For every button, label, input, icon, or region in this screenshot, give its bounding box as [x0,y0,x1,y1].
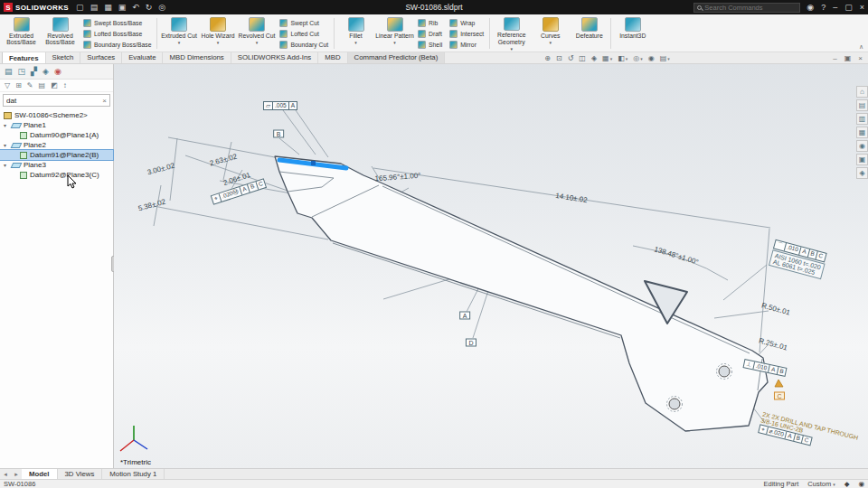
edit-appearance-icon[interactable]: ◉ [648,54,655,62]
draft-button[interactable]: Draft [416,29,444,39]
print-icon[interactable]: ▣ [118,3,127,12]
tab-command-predictor[interactable]: Command Predictor (Beta) [348,52,446,63]
fillet-dropdown-icon[interactable]: ▾ [354,40,357,45]
doc-close-icon[interactable]: × [858,54,863,62]
reference-geometry-button[interactable]: Reference Geometry ▾ [492,15,531,52]
featuremanager-tab-icon[interactable]: ▤ [5,67,13,76]
intersect-button[interactable]: Intersect [448,29,486,39]
tab-next-icon[interactable]: ▸ [11,469,22,479]
curves-button[interactable]: Curves ▾ [531,15,570,52]
appearances-icon[interactable]: ◉ [856,140,868,152]
tab-mbd-dimensions[interactable]: MBD Dimensions [163,52,231,63]
extruded-cut-dropdown-icon[interactable]: ▾ [178,40,181,45]
doc-tab-motion-study-1[interactable]: Motion Study 1 [102,469,165,479]
graphics-area[interactable]: ▱ .005 A B 3.00±.02 2.63±.02 5.38±.02 2.… [114,64,868,468]
filter-features-icon[interactable]: ▤ [39,81,46,89]
tab-mbd[interactable]: MBD [318,52,347,63]
instant3d-button[interactable]: Instant3D [613,15,652,52]
collapse-icon[interactable]: ▾ [4,122,9,128]
tree-item-plane3[interactable]: ▾ Plane3 [0,160,113,170]
configurationmanager-tab-icon[interactable]: ▞ [31,67,37,76]
forum-icon[interactable]: ◈ [856,167,868,179]
shell-button[interactable]: Shell [416,40,444,50]
undo-icon[interactable]: ↶ [132,3,139,12]
lofted-cut-button[interactable]: Lofted Cut [278,29,330,39]
boundary-boss-base-button[interactable]: Boundary Boss/Base [81,40,153,50]
options-icon[interactable]: ◎ [158,3,165,12]
tab-evaluate[interactable]: Evaluate [122,52,163,63]
view-settings-icon[interactable]: ▤ [660,54,670,62]
design-library-icon[interactable]: ▤ [856,99,868,111]
doc-tab-model[interactable]: Model [22,469,58,479]
displaymanager-tab-icon[interactable]: ◉ [54,67,61,76]
clear-search-icon[interactable]: × [102,97,107,105]
filter-dropdown-icon[interactable]: ▽ [5,81,10,89]
view-orientation-icon[interactable]: ▦ [602,54,612,62]
datum-flag-a[interactable]: A [459,312,470,320]
fcf-flatness[interactable]: ▱ .005 A [263,101,297,110]
dimxpertmanager-tab-icon[interactable]: ◈ [42,67,49,76]
propertymanager-tab-icon[interactable]: ◳ [18,67,26,76]
fillet-button[interactable]: Fillet ▾ [336,15,375,52]
tab-sketch[interactable]: Sketch [46,52,81,63]
close-icon[interactable]: × [860,3,864,12]
linear-pattern-button[interactable]: Linear Pattern ▾ [375,15,414,52]
tab-prev-icon[interactable]: ◂ [0,469,11,479]
status-help-icon[interactable]: ◉ [858,480,864,488]
datum-flag-d[interactable]: D [466,339,476,347]
doc-tab-3d-views[interactable]: 3D Views [58,469,103,479]
defeature-button[interactable]: Defeature [570,15,609,52]
display-style-icon[interactable]: ◧ [618,54,627,62]
swept-cut-button[interactable]: Swept Cut [278,18,330,28]
tree-root-item[interactable]: SW-01086<Scheme2> [0,110,113,120]
filter-graphics-icon[interactable]: ⊞ [15,81,22,89]
search-input[interactable] [704,4,797,12]
filter-annotations-icon[interactable]: ✎ [27,81,33,89]
revolved-cut-dropdown-icon[interactable]: ▾ [256,40,259,45]
tree-search-box[interactable]: × [3,94,110,107]
file-explorer-icon[interactable]: ▥ [856,113,868,125]
datum-flag-b[interactable]: B [273,130,284,138]
revolved-boss-base-button[interactable]: Revolved Boss/Base [41,15,80,52]
zoom-area-icon[interactable]: ⊡ [556,54,562,62]
open-icon[interactable]: ▤ [90,3,99,12]
zoom-fit-icon[interactable]: ⊕ [544,54,551,62]
swept-boss-base-button[interactable]: Swept Boss/Base [81,18,153,28]
minimize-icon[interactable]: – [833,3,837,12]
status-units-icon[interactable]: ◆ [844,480,850,488]
collapse-icon[interactable]: ▾ [4,162,9,168]
maximize-icon[interactable]: ▢ [844,3,853,12]
view-palette-icon[interactable]: ▦ [856,127,868,138]
rib-button[interactable]: Rib [416,18,444,28]
login-icon[interactable]: ◉ [807,3,814,12]
tree-item-plane2[interactable]: ▾ Plane2 [0,140,113,150]
configuration-selector[interactable]: Custom ▾ [807,480,835,488]
tree-item-plane1[interactable]: ▾ Plane1 [0,120,113,130]
tree-search-input[interactable] [6,97,102,105]
filter-tags-icon[interactable]: ◩ [51,81,58,89]
tree-item-datum91-selected[interactable]: Datum91@Plane2(B) [0,150,113,160]
revolved-cut-button[interactable]: Revolved Cut ▾ [237,15,276,52]
tab-surfaces[interactable]: Surfaces [80,52,122,63]
rebuild-icon[interactable]: ↻ [146,3,153,12]
tab-features[interactable]: Features [2,52,46,63]
filter-history-icon[interactable]: ↕ [63,81,67,89]
tree-item-datum90[interactable]: Datum90@Plane1(A) [0,130,113,140]
lofted-boss-base-button[interactable]: Lofted Boss/Base [81,29,153,39]
datum-flag-c[interactable]: C [774,392,785,400]
section-view-icon[interactable]: ◫ [579,54,586,62]
wrap-button[interactable]: Wrap [448,18,486,28]
tree-item-datum92[interactable]: Datum92@Plane3(C) [0,170,113,180]
reference-geometry-dropdown-icon[interactable]: ▾ [510,46,513,52]
previous-view-icon[interactable]: ↺ [568,54,574,62]
command-search[interactable] [693,3,800,13]
mirror-button[interactable]: Mirror [448,40,486,50]
part-body[interactable] [275,156,768,431]
doc-restore-icon[interactable]: ▣ [844,54,852,62]
hole-wizard-button[interactable]: Hole Wizard ▾ [198,15,237,52]
custom-properties-icon[interactable]: ▣ [856,154,868,165]
extruded-boss-base-button[interactable]: Extruded Boss/Base [2,15,41,52]
linear-pattern-dropdown-icon[interactable]: ▾ [393,40,396,45]
hole-wizard-dropdown-icon[interactable]: ▾ [217,40,220,45]
curves-dropdown-icon[interactable]: ▾ [549,40,552,45]
